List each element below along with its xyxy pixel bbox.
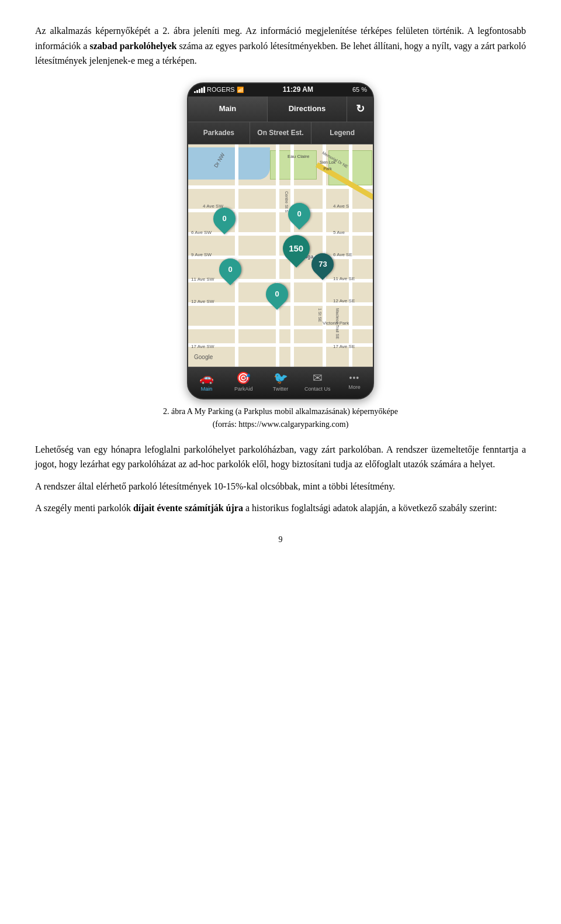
marker-bubble-4: 73 <box>307 249 338 280</box>
marker-bubble-6: 0 <box>261 278 293 310</box>
tab-main[interactable]: 🚗 Main <box>188 367 225 398</box>
legend-button[interactable]: Legend <box>311 122 373 144</box>
battery-display: 65 % <box>352 85 367 95</box>
directions-nav-button[interactable]: Directions <box>268 96 347 122</box>
map-label-ave-sw-5: 12 Ave SW <box>191 298 214 306</box>
caption-line-1: 2. ábra A My Parking (a Parkplus mobil a… <box>35 405 526 418</box>
tab-contact[interactable]: ✉ Contact Us <box>299 367 336 398</box>
map-label-ave-sw-3: 9 Ave SW <box>191 251 212 259</box>
page-number: 9 <box>35 533 526 546</box>
body-p1-text: Lehetőség van egy hónapra lefoglalni par… <box>35 444 526 470</box>
top-nav-bar: Main Directions ↻ <box>188 96 373 122</box>
signal-bar-4 <box>201 88 203 93</box>
signal-bars-icon <box>194 87 205 93</box>
signal-bar-1 <box>194 91 196 93</box>
marker-count-2: 0 <box>297 208 301 220</box>
river-area <box>188 147 270 180</box>
status-left: ROGERS 📶 <box>194 85 244 95</box>
map-label-macleod: Macleod Trail SE <box>334 308 341 339</box>
map-label-1st-se: 1 St SE <box>317 308 323 322</box>
map-label-ave-sw-6: 17 Ave SW <box>191 343 214 351</box>
marker-count-1: 0 <box>222 212 226 225</box>
body-paragraph-2: A rendszer által elérhető parkoló létesí… <box>35 479 526 494</box>
tab-more[interactable]: ••• More <box>336 367 373 398</box>
contact-tab-icon: ✉ <box>313 372 323 384</box>
twitter-tab-label: Twitter <box>273 385 289 393</box>
legend-label: Legend <box>330 127 355 139</box>
parking-marker-3[interactable]: 150 <box>283 235 309 264</box>
map-label-ave-sw-4: 11 Ave SW <box>191 276 214 284</box>
map-label-eau-claire: Eau Claire <box>288 153 309 161</box>
paragraph-1: Az alkalmazás képernyőképét a 2. ábra je… <box>35 23 526 68</box>
on-street-label: On Street Est. <box>257 127 303 139</box>
map-label-ave-se-5: 12 Ave SE <box>333 298 355 305</box>
marker-bubble-1: 0 <box>209 203 240 235</box>
phone-frame: ROGERS 📶 11:29 AM 65 % Main Directions ↻… <box>187 82 374 399</box>
map-label-ave-se-2: 5 Ave <box>333 229 345 237</box>
marker-count-4: 73 <box>318 258 327 270</box>
road-v-1 <box>235 144 238 367</box>
parking-marker-5[interactable]: 0 <box>217 258 243 288</box>
more-tab-icon: ••• <box>349 374 360 382</box>
map-label-ave-se-1: 4 Ave S <box>333 203 349 211</box>
main-tab-icon: 🚗 <box>199 372 214 384</box>
signal-bar-5 <box>203 87 205 93</box>
phone-screenshot-container: ROGERS 📶 11:29 AM 65 % Main Directions ↻… <box>35 82 526 399</box>
figure-caption: 2. ábra A My Parking (a Parkplus mobil a… <box>35 405 526 432</box>
tab-twitter[interactable]: 🐦 Twitter <box>262 367 299 398</box>
map-view[interactable]: Dr NW Eau Claire Sien LokPark Memorial D… <box>188 144 373 367</box>
main-nav-button[interactable]: Main <box>188 96 268 122</box>
body-paragraph-3: A szegély menti parkolók díjait évente s… <box>35 501 526 516</box>
twitter-tab-icon: 🐦 <box>273 372 288 384</box>
marker-count-3: 150 <box>289 242 303 256</box>
contact-tab-label: Contact Us <box>304 385 331 393</box>
parkaid-tab-icon: 🎯 <box>236 372 251 384</box>
body-p2-text: A rendszer által elérhető parkoló létesí… <box>35 481 395 491</box>
status-bar: ROGERS 📶 11:29 AM 65 % <box>188 84 373 96</box>
directions-nav-label: Directions <box>289 103 326 115</box>
second-nav-bar: Parkades On Street Est. Legend <box>188 122 373 144</box>
parking-marker-1[interactable]: 0 <box>212 208 237 237</box>
clock-display: 11:29 AM <box>283 84 313 95</box>
more-tab-label: More <box>348 383 361 391</box>
caption-line-2: (forrás: https://www.calgaryparking.com) <box>35 418 526 431</box>
on-street-button[interactable]: On Street Est. <box>250 122 312 144</box>
marker-count-6: 0 <box>275 288 279 300</box>
carrier-label: ROGERS <box>207 85 235 95</box>
marker-bubble-2: 0 <box>283 198 315 230</box>
signal-bar-3 <box>199 89 200 93</box>
body-paragraph-1: Lehetőség van egy hónapra lefoglalni par… <box>35 442 526 472</box>
map-label-ave-sw-2: 6 Ave SW <box>191 229 212 237</box>
main-tab-label: Main <box>201 385 213 393</box>
marker-count-5: 0 <box>228 263 232 275</box>
road-h-1 <box>188 185 373 189</box>
parkades-label: Parkades <box>203 127 234 139</box>
parking-marker-4[interactable]: 73 <box>310 253 335 282</box>
marker-bubble-5: 0 <box>214 254 246 285</box>
signal-bar-2 <box>196 90 198 93</box>
map-label-ave-se-3: 6 Ave SE <box>333 251 352 259</box>
refresh-button[interactable]: ↻ <box>347 96 373 122</box>
wifi-icon: 📶 <box>237 85 244 95</box>
tab-parkaid[interactable]: 🎯 ParkAid <box>225 367 262 398</box>
refresh-icon: ↻ <box>356 101 365 118</box>
parking-marker-6[interactable]: 0 <box>264 283 290 312</box>
parking-marker-2[interactable]: 0 <box>286 203 312 232</box>
map-label-ave-se-4: 11 Ave SE <box>333 275 355 283</box>
bottom-tab-bar: 🚗 Main 🎯 ParkAid 🐦 Twitter ✉ Contact Us … <box>188 367 373 398</box>
map-label-ave-se-6: 17 Ave SE <box>333 343 355 351</box>
parkaid-tab-label: ParkAid <box>234 385 253 393</box>
road-v-2 <box>276 144 279 367</box>
google-watermark: Google <box>194 353 213 362</box>
main-nav-label: Main <box>219 103 237 115</box>
parkades-button[interactable]: Parkades <box>188 122 250 144</box>
